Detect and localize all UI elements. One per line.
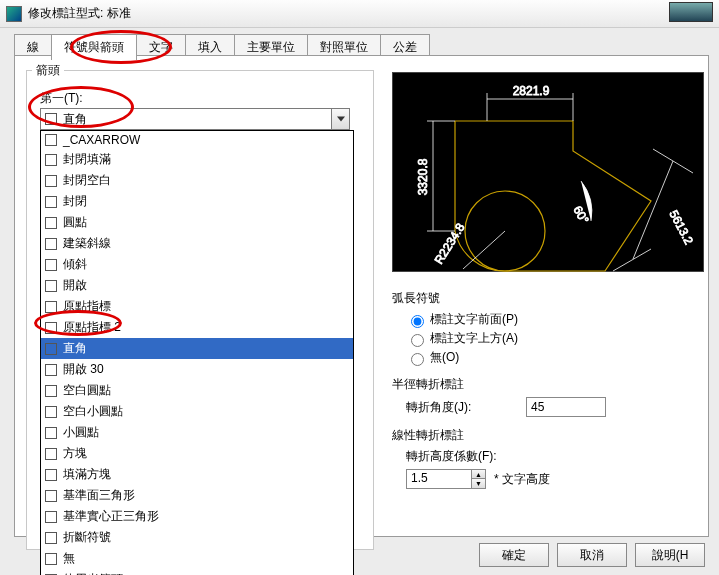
app-icon [6,6,22,22]
jog-factor-input[interactable]: 1.5 ▲▼ [406,469,486,489]
dropdown-item[interactable]: 直角 [41,338,353,359]
dropdown-item-label: 封閉填滿 [63,151,111,168]
first-arrow-combo[interactable]: 直角 [40,108,350,130]
dropdown-item[interactable]: 方塊 [41,443,353,464]
radio-arc-none[interactable] [411,353,424,366]
svg-line-8 [613,249,651,271]
dropdown-item[interactable]: 封閉填滿 [41,149,353,170]
linear-jog-title: 線性轉折標註 [392,427,712,444]
dropdown-item-label: 小圓點 [63,424,99,441]
arrow-swatch-icon [45,469,57,481]
arrow-swatch-icon [45,259,57,271]
right-pane: 弧長符號 標註文字前面(P) 標註文字上方(A) 無(O) 半徑轉折標註 轉折角… [392,284,712,493]
radio-arc-before-label: 標註文字前面(P) [430,311,518,328]
dropdown-item-label: 方塊 [63,445,87,462]
dropdown-item[interactable]: 基準面三角形 [41,485,353,506]
dropdown-item-label: 圓點 [63,214,87,231]
radio-arc-none-label: 無(O) [430,349,459,366]
dropdown-item-label: 原點指標 [63,298,111,315]
dropdown-item-label: 傾斜 [63,256,87,273]
arrow-swatch-icon [45,448,57,460]
svg-line-9 [633,161,673,259]
arrow-swatch-icon [45,238,57,250]
dropdown-item[interactable]: 小圓點 [41,422,353,443]
preview-radius: R2234.8 [432,220,468,266]
dropdown-item[interactable]: 原點指標 2 [41,317,353,338]
dropdown-item-label: 折斷符號 [63,529,111,546]
dropdown-item-label: 空白小圓點 [63,403,123,420]
dropdown-item[interactable]: 空白圓點 [41,380,353,401]
dropdown-item[interactable]: 開啟 30 [41,359,353,380]
jog-factor-label: 轉折高度係數(F): [406,448,536,465]
arrow-swatch-icon [45,134,57,146]
first-arrow-label: 第一(T): [40,90,83,107]
fieldset-arrows-label: 箭頭 [32,62,64,79]
arc-symbols-title: 弧長符號 [392,290,712,307]
arrow-swatch-icon [45,406,57,418]
dropdown-item-label: 封閉空白 [63,172,111,189]
dropdown-item-label: 基準面三角形 [63,487,135,504]
dropdown-item[interactable]: 填滿方塊 [41,464,353,485]
dialog-buttons: 確定 取消 說明(H [471,543,705,567]
dropdown-item[interactable]: 傾斜 [41,254,353,275]
arrow-swatch-icon [45,490,57,502]
dropdown-item[interactable]: 封閉空白 [41,170,353,191]
dropdown-item-label: 填滿方塊 [63,466,111,483]
dropdown-item-label: 建築斜線 [63,235,111,252]
preview-left-dim: 3320.8 [416,158,430,195]
arrow-swatch-icon [45,301,57,313]
arrow-swatch-icon [45,385,57,397]
dropdown-item[interactable]: 空白小圓點 [41,401,353,422]
dropdown-item-label: 開啟 30 [63,361,104,378]
arrow-swatch-icon [45,364,57,376]
dropdown-item[interactable]: 封閉 [41,191,353,212]
arrow-swatch-icon [45,322,57,334]
radio-arc-above-label: 標註文字上方(A) [430,330,518,347]
arrow-swatch-icon [45,217,57,229]
dropdown-item-label: 使用者箭頭… [63,571,135,575]
arrow-swatch-icon [45,511,57,523]
arrow-swatch-icon [45,427,57,439]
dropdown-item[interactable]: 圓點 [41,212,353,233]
radio-arc-before[interactable] [411,315,424,328]
dropdown-item[interactable]: 無 [41,548,353,569]
spinner-icon[interactable]: ▲▼ [471,470,485,488]
dropdown-item[interactable]: 折斷符號 [41,527,353,548]
dropdown-item[interactable]: 開啟 [41,275,353,296]
dropdown-item-label: 開啟 [63,277,87,294]
jog-factor-suffix: * 文字高度 [494,471,550,488]
arrow-swatch-icon [45,196,57,208]
dropdown-item[interactable]: _CAXARROW [41,131,353,149]
dropdown-item[interactable]: 基準實心正三角形 [41,506,353,527]
combo-selected-text: 直角 [63,111,87,128]
arrow-swatch-icon [45,532,57,544]
help-button[interactable]: 說明(H [635,543,705,567]
dropdown-item[interactable]: 使用者箭頭… [41,569,353,575]
cancel-button[interactable]: 取消 [557,543,627,567]
dropdown-item[interactable]: 建築斜線 [41,233,353,254]
dropdown-item-label: 無 [63,550,75,567]
dropdown-item-label: 封閉 [63,193,87,210]
arrow-swatch-icon [45,154,57,166]
right-angle-icon [45,113,57,125]
arrow-swatch-icon [45,343,57,355]
radio-arc-above[interactable] [411,334,424,347]
dropdown-item-label: _CAXARROW [63,133,140,147]
ok-button[interactable]: 確定 [479,543,549,567]
radius-jog-title: 半徑轉折標註 [392,376,712,393]
window-title: 修改標註型式: 标准 [28,5,131,22]
arrow-swatch-icon [45,280,57,292]
dropdown-item-label: 空白圓點 [63,382,111,399]
tab-symbols-arrows[interactable]: 符號與箭頭 [51,34,137,60]
chevron-down-icon[interactable] [331,109,349,129]
window-control[interactable] [669,2,713,22]
arrow-swatch-icon [45,175,57,187]
dimension-preview: 2821.9 3320.8 5613.2 R2234.8 60° [392,72,704,272]
preview-right-dim: 5613.2 [666,208,696,247]
preview-top-dim: 2821.9 [513,84,550,98]
dropdown-item-label: 直角 [63,340,87,357]
first-arrow-dropdown[interactable]: _CAXARROW封閉填滿封閉空白封閉圓點建築斜線傾斜開啟原點指標原點指標 2直… [40,130,354,575]
jog-angle-label: 轉折角度(J): [406,399,526,416]
jog-angle-input[interactable] [526,397,606,417]
dropdown-item[interactable]: 原點指標 [41,296,353,317]
